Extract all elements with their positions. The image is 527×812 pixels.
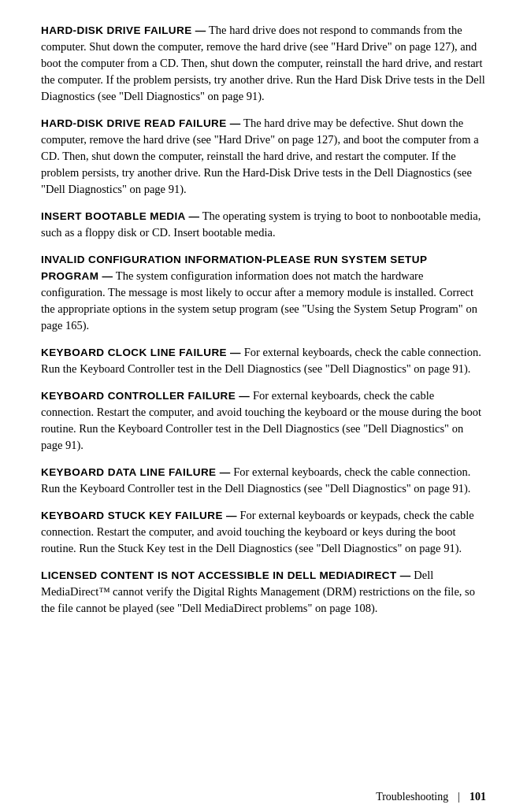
page-content: Hard-disk drive failure — The hard drive… xyxy=(0,0,527,674)
page-footer: Troubleshooting | 101 xyxy=(0,782,527,812)
entry-insert-bootable-media: Insert bootable media — The operating sy… xyxy=(41,208,486,241)
entry-title-keyboard-data-line-failure: Keyboard data line failure — xyxy=(41,466,231,478)
entry-title-hard-disk-drive-failure: Hard-disk drive failure — xyxy=(41,24,206,36)
entry-hard-disk-drive-failure: Hard-disk drive failure — The hard drive… xyxy=(41,22,486,105)
entry-title-insert-bootable-media: Insert bootable media — xyxy=(41,210,199,222)
entry-title-licensed-content-not-accessible: Licensed content is not accessible in De… xyxy=(41,569,411,581)
footer-section-label: Troubleshooting xyxy=(376,789,448,805)
entry-invalid-configuration-information: Invalid configuration information-please… xyxy=(41,251,486,334)
footer-page-number: 101 xyxy=(469,789,486,805)
entry-title-keyboard-controller-failure: Keyboard controller failure — xyxy=(41,390,250,402)
entry-title-hard-disk-drive-read-failure: Hard-disk drive read failure — xyxy=(41,117,241,129)
entry-licensed-content-not-accessible: Licensed content is not accessible in De… xyxy=(41,567,486,617)
entry-hard-disk-drive-read-failure: Hard-disk drive read failure — The hard … xyxy=(41,115,486,198)
footer-separator: | xyxy=(458,789,460,805)
entry-keyboard-stuck-key-failure: Keyboard stuck key failure — For externa… xyxy=(41,507,486,557)
entry-keyboard-clock-line-failure: Keyboard clock line failure — For extern… xyxy=(41,344,486,377)
entry-keyboard-controller-failure: Keyboard controller failure — For extern… xyxy=(41,387,486,454)
entry-keyboard-data-line-failure: Keyboard data line failure — For externa… xyxy=(41,464,486,497)
entry-title-keyboard-clock-line-failure: Keyboard clock line failure — xyxy=(41,347,241,358)
entry-title-keyboard-stuck-key-failure: Keyboard stuck key failure — xyxy=(41,510,237,521)
